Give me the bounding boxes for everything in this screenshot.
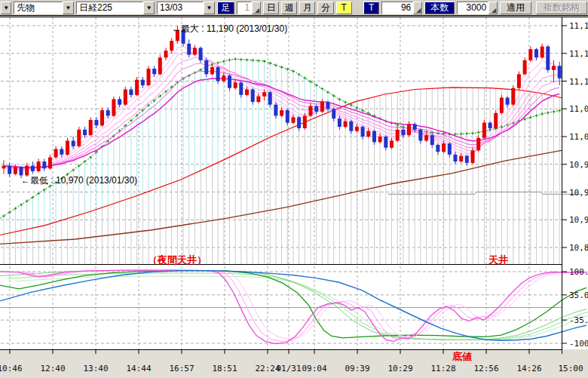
period-month-button[interactable]: 月 — [299, 2, 315, 14]
oscillator-axis-label: 35.00 — [569, 290, 588, 300]
apply-button[interactable]: 適用 — [500, 2, 531, 14]
left-combo-arrow-button[interactable]: ▼ — [1, 2, 11, 14]
y-axis-label: 11,150 — [569, 49, 588, 59]
spinner-icon[interactable]: ◢ — [488, 2, 498, 14]
annotation-min: ←最低 : 10,970 (2013/01/30) — [21, 175, 137, 186]
contract-month-combo[interactable]: 13/03 ▼ — [157, 2, 215, 14]
chevron-down-icon[interactable]: ▼ — [143, 2, 155, 14]
toolbar: ▼ 先物 ▼ 日経225 ▼ 13/03 ▼ 足 1 ◢ 日 週 月 分 T T… — [0, 0, 588, 16]
symbol-value: 日経225 — [76, 2, 143, 14]
bars-visible-value: 96 — [381, 2, 413, 14]
bar-count-value: 3000 — [457, 2, 488, 14]
annotation-ceiling: 天井 — [488, 254, 508, 266]
x-axis-label: 09:39 — [345, 364, 369, 373]
y-axis-label: 11,110 — [569, 77, 588, 87]
contract-month-value: 13/03 — [157, 2, 204, 14]
bar-count-stepper[interactable]: 3000 ◢ — [457, 2, 498, 14]
chevron-down-icon[interactable]: ▼ — [204, 2, 215, 14]
period-week-button[interactable]: 週 — [281, 2, 297, 14]
tick-button[interactable]: T — [336, 2, 352, 14]
t2-button[interactable]: T — [363, 2, 379, 14]
annotation-max: ←最大 : 11,190 (2013/01/30) — [172, 23, 287, 34]
x-axis-label: 09:04 — [302, 364, 326, 373]
chart-canvas: 11,19011,15011,11011,07011,03010,99010,9… — [0, 17, 588, 378]
x-axis-label: 15:00 — [558, 364, 583, 373]
x-axis-label: 13:40 — [83, 364, 108, 373]
x-axis-label: 14:44 — [126, 364, 151, 373]
x-axis-label: 10:29 — [387, 364, 412, 373]
ashi-label-button[interactable]: 足 — [217, 2, 234, 14]
period-minute-button[interactable]: 分 — [317, 2, 333, 14]
x-axis-label: 16:57 — [169, 364, 194, 373]
y-axis-label: 10,910 — [569, 215, 588, 225]
multi-symbol-button: 複数銘柄 — [536, 2, 587, 14]
y-axis-label: 10,950 — [569, 188, 588, 198]
period-day-button[interactable]: 日 — [263, 2, 279, 14]
x-axis-label: 11:28 — [430, 364, 455, 373]
honsu-label-button[interactable]: 本数 — [424, 2, 455, 14]
y-axis-label: 11,030 — [569, 132, 588, 142]
x-axis-label: 18:51 — [212, 364, 237, 373]
spinner-icon[interactable]: ◢ — [413, 2, 422, 14]
x-axis-label: 01/31 — [276, 364, 301, 373]
interval-stepper[interactable]: 1 ◢ — [237, 2, 261, 14]
instrument-type-value: 先物 — [14, 2, 63, 14]
symbol-combo[interactable]: 日経225 ▼ — [76, 2, 155, 14]
oscillator-axis-label: 100.00 — [569, 267, 588, 277]
trading-app-window: { "toolbar": { "left_combo_arrow": "▼", … — [0, 0, 588, 378]
y-axis-label: 11,070 — [569, 104, 588, 114]
instrument-type-combo[interactable]: 先物 ▼ — [14, 2, 74, 14]
y-axis-label: 10,870 — [569, 243, 588, 253]
chevron-down-icon[interactable]: ▼ — [63, 2, 74, 14]
y-axis-label: 10,990 — [569, 160, 588, 170]
x-axis-label: 10:46 — [0, 364, 23, 373]
price-chart[interactable]: 11,19011,15011,11011,07011,03010,99010,9… — [0, 17, 588, 378]
x-axis-label: 14:26 — [516, 364, 541, 373]
annotation-bottom: 底値 — [452, 351, 472, 362]
oscillator-axis-label: -100.00 — [569, 339, 588, 349]
spinner-icon[interactable]: ◢ — [252, 2, 261, 14]
oscillator-axis-label: -35.00 — [569, 315, 588, 325]
chevron-down-icon: ▼ — [3, 5, 9, 11]
x-axis-label: 12:56 — [473, 364, 498, 373]
bars-visible-stepper[interactable]: 96 ◢ — [381, 2, 422, 14]
y-axis-label: 11,190 — [569, 21, 588, 31]
chart-area[interactable]: 11,19011,15011,11011,07011,03010,99010,9… — [0, 17, 588, 378]
annotation-night-ceiling: （夜間天井） — [148, 254, 207, 266]
interval-value: 1 — [237, 2, 252, 14]
x-axis-label: 12:40 — [40, 364, 65, 373]
